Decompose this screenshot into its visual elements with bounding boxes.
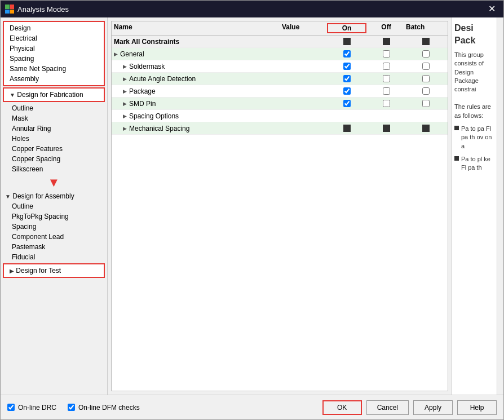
sidebar-item-design[interactable]: Design (5, 23, 103, 33)
footer: On-line DRC On-line DFM checks OK Cancel… (1, 395, 503, 419)
online-dfm-label: On-line DFM checks (78, 404, 140, 412)
sidebar-item-electrical[interactable]: Electrical (5, 33, 103, 43)
batch-checkbox[interactable] (422, 75, 430, 82)
table-row: Mark All Constraints (112, 36, 448, 48)
app-icon (5, 5, 14, 14)
off-cell[interactable] (366, 50, 406, 58)
square-batch (422, 38, 430, 45)
online-drc-checkbox[interactable] (7, 404, 15, 411)
batch-cell[interactable] (406, 87, 445, 95)
sidebar-item-outline2[interactable]: Outline (1, 201, 107, 211)
batch-cell[interactable] (406, 63, 445, 70)
batch-cell (406, 125, 445, 132)
sidebar-item-holes[interactable]: Holes (1, 134, 107, 144)
batch-checkbox[interactable] (422, 50, 430, 58)
square-on (343, 38, 351, 45)
sidebar-item-component-lead[interactable]: Component Lead (1, 232, 107, 242)
on-cell[interactable] (327, 50, 366, 58)
sidebar-item-silkscreen[interactable]: Silkscreen (1, 164, 107, 174)
on-cell[interactable] (327, 87, 366, 95)
footer-buttons: OK Cancel Apply Help (322, 400, 497, 415)
sidebar-item-pkgtopkg[interactable]: PkgToPkg Spacing (1, 211, 107, 222)
row-label: ▶ Acute Angle Detection (114, 75, 282, 83)
on-checkbox[interactable] (343, 100, 351, 107)
off-cell[interactable] (366, 87, 406, 95)
sidebar-item-copper-spacing[interactable]: Copper Spacing (1, 154, 107, 164)
sidebar-item-physical[interactable]: Physical (5, 43, 103, 54)
square-off (383, 38, 390, 45)
table-row: ▶ Package (112, 85, 448, 98)
apply-button[interactable]: Apply (413, 400, 453, 415)
off-cell[interactable] (366, 63, 406, 70)
sidebar-item-spacing[interactable]: Spacing (5, 54, 103, 64)
on-cell[interactable] (327, 63, 366, 70)
sidebar-item-pastemask[interactable]: Pastemask (1, 242, 107, 252)
table-row: ▶ Soldermask (112, 60, 448, 73)
online-dfm-checkbox[interactable] (68, 404, 75, 411)
main-content: Design Electrical Physical Spacing Same … (1, 17, 503, 395)
cancel-button[interactable]: Cancel (366, 400, 409, 415)
expand-icon-assembly: ▼ (5, 193, 11, 200)
batch-checkbox[interactable] (422, 87, 430, 95)
off-cell[interactable] (366, 75, 406, 82)
batch-cell[interactable] (406, 50, 445, 58)
center-panel: Name Value On Off Batch Mark All Constra… (111, 21, 448, 391)
off-cell (366, 125, 406, 132)
row-label: ▶ Soldermask (114, 63, 282, 70)
sidebar-item-copper-features[interactable]: Copper Features (1, 144, 107, 154)
on-checkbox[interactable] (343, 50, 351, 58)
batch-cell (406, 38, 445, 45)
collapse-icon: ▶ (10, 268, 14, 274)
col-off: Off (366, 23, 406, 33)
off-cell[interactable] (366, 100, 406, 107)
analysis-modes-dialog: Analysis Modes ✕ Design Electrical Physi… (0, 0, 504, 420)
on-checkbox[interactable] (343, 63, 351, 70)
table-row: ▶ Acute Angle Detection (112, 73, 448, 85)
expand-icon: ▼ (10, 92, 15, 98)
batch-cell[interactable] (406, 100, 445, 107)
table-header: Name Value On Off Batch (112, 21, 448, 36)
right-panel-description: This group consists of Design Package co… (454, 51, 494, 120)
ok-button[interactable]: OK (322, 400, 362, 415)
off-checkbox[interactable] (383, 87, 390, 95)
table-row: ▶ SMD Pin (112, 98, 448, 110)
sidebar-item-design-for-assembly[interactable]: ▼ Design for Assembly (1, 191, 107, 201)
on-cell[interactable] (327, 100, 366, 107)
sidebar-item-fiducial[interactable]: Fiducial (1, 252, 107, 262)
batch-cell[interactable] (406, 75, 445, 82)
right-panel: DesiPack This group consists of Design P… (452, 17, 497, 395)
sidebar-item-same-net-spacing[interactable]: Same Net Spacing (5, 64, 103, 74)
sidebar-item-spacing2[interactable]: Spacing (1, 222, 107, 232)
row-label: Mark All Constraints (114, 38, 282, 46)
row-label: ▶ General (114, 50, 282, 58)
col-on: On (327, 23, 366, 33)
square-batch (422, 125, 430, 132)
bullet-icon (454, 126, 459, 130)
on-cell (327, 38, 366, 45)
off-cell (366, 38, 406, 45)
close-button[interactable]: ✕ (485, 3, 499, 15)
sidebar-item-assembly[interactable]: Assembly (5, 74, 103, 84)
on-cell[interactable] (327, 75, 366, 82)
row-label: ▶ SMD Pin (114, 100, 282, 108)
on-checkbox[interactable] (343, 75, 351, 82)
help-button[interactable]: Help (457, 400, 497, 415)
off-checkbox[interactable] (383, 75, 390, 82)
row-label: ▶ Spacing Options (114, 112, 282, 120)
scrollbar[interactable] (497, 17, 503, 395)
off-checkbox[interactable] (383, 63, 390, 70)
row-label: ▶ Package (114, 87, 282, 95)
table-row: ▶ Spacing Options (112, 110, 448, 122)
sidebar-item-mask[interactable]: Mask (1, 113, 107, 123)
sidebar-item-design-for-fabrication[interactable]: ▼ Design for Fabrication (5, 90, 103, 100)
off-checkbox[interactable] (383, 50, 390, 58)
batch-checkbox[interactable] (422, 100, 430, 107)
batch-checkbox[interactable] (422, 63, 430, 70)
off-checkbox[interactable] (383, 100, 390, 107)
sidebar-item-outline[interactable]: Outline (1, 103, 107, 113)
on-checkbox[interactable] (343, 87, 351, 95)
sidebar-item-annular-ring[interactable]: Annular Ring (1, 123, 107, 134)
dialog-title: Analysis Modes (17, 5, 69, 14)
sidebar-item-design-for-test[interactable]: ▶ Design for Test (5, 266, 103, 276)
sidebar-dft-group: ▶ Design for Test (3, 263, 105, 278)
